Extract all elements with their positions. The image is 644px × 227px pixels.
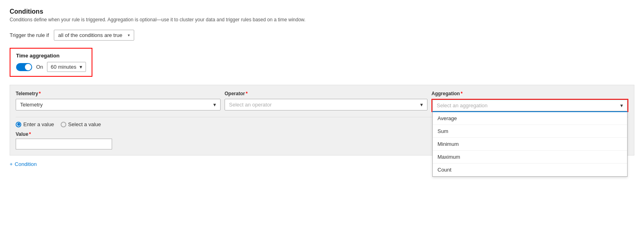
- operator-dropdown[interactable]: Select an operator ▾: [225, 99, 427, 110]
- condition-area: Telemetry* Telemetry ▾ Operator* Select …: [10, 85, 634, 155]
- trigger-dropdown-value: all of the conditions are true: [58, 32, 123, 38]
- chevron-down-icon: ▾: [128, 33, 130, 37]
- telemetry-required: *: [39, 91, 41, 96]
- aggregation-column: Aggregation* Select an aggregation ▾ Ave…: [431, 91, 628, 112]
- select-value-radio-indicator: [61, 122, 66, 127]
- chevron-down-icon: ▾: [80, 64, 82, 70]
- aggregation-placeholder: Select an aggregation: [437, 102, 487, 108]
- agg-option-maximum[interactable]: Maximum: [433, 151, 627, 164]
- select-value-radio[interactable]: Select a value: [61, 121, 101, 127]
- add-condition-button[interactable]: + Condition: [10, 161, 37, 167]
- time-aggregation-title: Time aggregation: [16, 53, 86, 59]
- telemetry-header: Telemetry*: [16, 91, 221, 96]
- add-condition-label: Condition: [15, 161, 37, 167]
- section-title: Conditions: [10, 8, 634, 15]
- trigger-dropdown[interactable]: all of the conditions are true ▾: [54, 30, 134, 41]
- aggregation-dropdown-menu: Average Sum Minimum Maximum Count: [432, 111, 628, 177]
- duration-value: 60 minutes: [51, 64, 76, 70]
- telemetry-column: Telemetry* Telemetry ▾: [16, 91, 221, 112]
- agg-option-count[interactable]: Count: [433, 164, 627, 176]
- chevron-down-icon: ▾: [620, 102, 623, 108]
- operator-column: Operator* Select an operator ▾: [225, 91, 427, 112]
- chevron-down-icon: ▾: [420, 102, 423, 108]
- chevron-down-icon: ▾: [213, 102, 216, 108]
- aggregation-container: Select an aggregation ▾ Average Sum Mini…: [431, 99, 628, 112]
- time-aggregation-toggle[interactable]: [16, 63, 32, 71]
- trigger-label: Trigger the rule if: [10, 32, 49, 38]
- duration-dropdown[interactable]: 60 minutes ▾: [47, 62, 86, 72]
- enter-value-radio-indicator: [16, 122, 21, 127]
- value-required-star: *: [29, 131, 31, 137]
- aggregation-dropdown[interactable]: Select an aggregation ▾: [432, 100, 628, 111]
- agg-option-average[interactable]: Average: [433, 112, 627, 125]
- agg-option-sum[interactable]: Sum: [433, 125, 627, 138]
- time-aggregation-box: Time aggregation On 60 minutes ▾: [10, 48, 92, 77]
- plus-icon: +: [10, 161, 13, 167]
- telemetry-dropdown-value: Telemetry: [20, 102, 43, 108]
- value-input[interactable]: [16, 139, 112, 149]
- enter-value-label: Enter a value: [23, 121, 54, 127]
- operator-header: Operator*: [225, 91, 427, 96]
- toggle-on-label: On: [36, 64, 43, 70]
- agg-option-minimum[interactable]: Minimum: [433, 138, 627, 151]
- enter-value-radio[interactable]: Enter a value: [16, 121, 54, 127]
- operator-placeholder: Select an operator: [229, 102, 272, 108]
- select-value-label: Select a value: [68, 121, 101, 127]
- telemetry-dropdown[interactable]: Telemetry ▾: [16, 99, 221, 110]
- aggregation-required: *: [461, 91, 463, 96]
- section-description: Conditions define when your rule is trig…: [10, 17, 634, 22]
- operator-required: *: [246, 91, 248, 96]
- aggregation-header: Aggregation*: [431, 91, 628, 96]
